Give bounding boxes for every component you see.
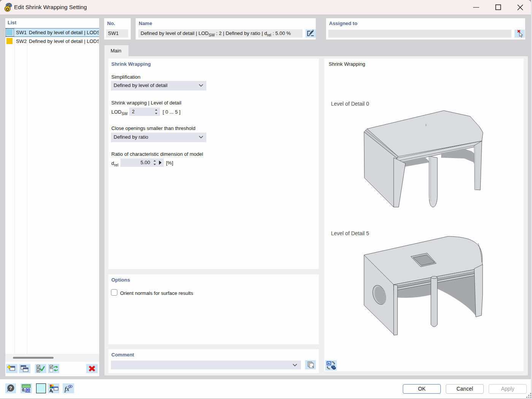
svg-text:fx: fx <box>65 385 70 393</box>
svg-text:?: ? <box>9 385 12 391</box>
svg-text:00: 00 <box>25 388 30 392</box>
svg-text:A: A <box>49 388 52 393</box>
svg-text:0,: 0, <box>22 388 25 392</box>
